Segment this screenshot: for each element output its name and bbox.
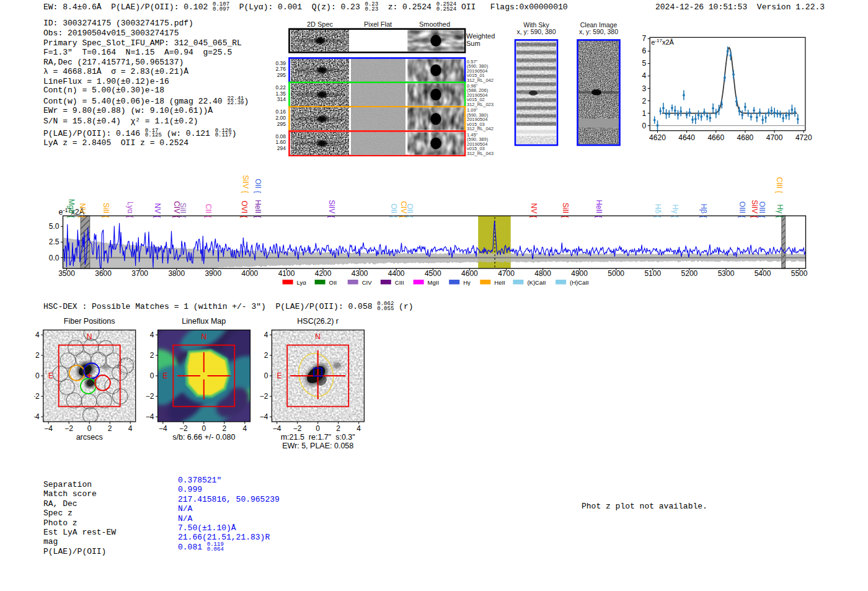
svg-text:4900: 4900 — [571, 269, 588, 278]
svg-text:314: 314 — [277, 96, 286, 102]
svg-text:s/b: 6.66 +/- 0.080: s/b: 6.66 +/- 0.080 — [172, 433, 235, 442]
svg-text:4: 4 — [150, 331, 154, 339]
svg-text:2.76: 2.76 — [275, 66, 286, 72]
svg-text:4200: 4200 — [315, 269, 332, 278]
svg-text:4: 4 — [128, 424, 133, 433]
svg-text:4000: 4000 — [242, 269, 259, 278]
svg-text:HeII {: HeII { — [595, 200, 603, 218]
svg-text:2.5: 2.5 — [49, 238, 60, 246]
svg-text:0.08: 0.08 — [275, 133, 286, 140]
svg-text:1: 1 — [642, 109, 647, 118]
svg-text:2: 2 — [264, 351, 268, 360]
svg-text:4500: 4500 — [425, 269, 441, 278]
svg-text:Lyα {: Lyα { — [126, 202, 135, 218]
svg-text:312_RL_042: 312_RL_042 — [467, 126, 494, 131]
svg-text:5200: 5200 — [681, 269, 698, 278]
svg-text:Hγ {: Hγ { — [671, 204, 680, 218]
svg-text:−2: −2 — [179, 424, 188, 433]
svg-text:4: 4 — [642, 71, 647, 80]
svg-text:3: 3 — [642, 84, 647, 93]
svg-text:4400: 4400 — [388, 269, 405, 278]
svg-text:−2: −2 — [64, 424, 73, 433]
svg-text:HSC(26.2) r: HSC(26.2) r — [297, 317, 339, 326]
svg-text:4700: 4700 — [498, 269, 515, 278]
svg-text:4: 4 — [35, 331, 40, 339]
svg-text:4620: 4620 — [649, 133, 666, 142]
svg-text:−4: −4 — [273, 424, 281, 433]
svg-text:4640: 4640 — [678, 133, 695, 142]
svg-text:N: N — [87, 332, 92, 341]
svg-text:CIII: CIII — [395, 279, 404, 286]
svg-text:2D Spec: 2D Spec — [307, 20, 334, 28]
svg-text:Hγ: Hγ — [463, 279, 471, 286]
svg-text:NV {: NV { — [529, 203, 538, 218]
svg-text:295: 295 — [277, 121, 286, 127]
svg-text:Pixel Flat: Pixel Flat — [364, 20, 392, 28]
svg-text:0.0: 0.0 — [49, 254, 60, 262]
svg-text:−4: −4 — [159, 424, 167, 433]
svg-text:2.00: 2.00 — [275, 115, 286, 121]
svg-text:312_RL_042: 312_RL_042 — [467, 78, 494, 83]
svg-text:4: 4 — [242, 424, 247, 433]
svg-text:2: 2 — [642, 97, 647, 105]
svg-text:SiII {: SiII { — [102, 203, 110, 218]
svg-text:Sum: Sum — [466, 40, 480, 47]
svg-text:4600: 4600 — [461, 269, 478, 278]
svg-text:NV {: NV { — [78, 203, 87, 218]
svg-text:(H)CaII: (H)CaII — [570, 279, 589, 286]
svg-text:294: 294 — [277, 145, 286, 151]
svg-text:MgII {: MgII { — [67, 199, 76, 218]
svg-text:5500: 5500 — [791, 269, 808, 278]
svg-text:m:21.5 re:1.7" s:0.3": m:21.5 re:1.7" s:0.3" — [281, 433, 355, 442]
svg-text:OIII {: OIII { — [758, 202, 766, 218]
svg-text:E: E — [163, 371, 168, 380]
svg-text:x, y: 590, 380: x, y: 590, 380 — [516, 28, 556, 35]
svg-text:Hγ {: Hγ { — [776, 204, 784, 218]
svg-text:5300: 5300 — [718, 269, 735, 278]
svg-text:0: 0 — [642, 122, 647, 130]
svg-text:5400: 5400 — [755, 269, 771, 278]
svg-text:0.39: 0.39 — [275, 60, 286, 66]
svg-text:312_RL_043: 312_RL_043 — [467, 151, 494, 156]
svg-text:1.60: 1.60 — [275, 139, 286, 145]
svg-text:4: 4 — [356, 424, 361, 433]
svg-text:x, y: 590, 380: x, y: 590, 380 — [579, 28, 618, 35]
svg-text:5.0: 5.0 — [49, 222, 60, 231]
svg-text:(K)CaII: (K)CaII — [527, 279, 546, 286]
svg-text:3900: 3900 — [205, 269, 221, 278]
svg-text:3500: 3500 — [58, 269, 75, 278]
svg-text:5000: 5000 — [608, 269, 624, 278]
svg-text:0.22: 0.22 — [275, 84, 286, 91]
svg-text:1.35: 1.35 — [275, 91, 286, 97]
svg-text:4720: 4720 — [795, 133, 812, 142]
svg-text:5100: 5100 — [644, 269, 661, 278]
svg-text:0.16: 0.16 — [275, 109, 286, 115]
svg-text:2: 2 — [336, 424, 340, 433]
svg-text:7: 7 — [642, 34, 647, 43]
svg-text:295: 295 — [277, 72, 286, 78]
svg-text:−4: −4 — [260, 412, 268, 421]
svg-text:2: 2 — [35, 351, 40, 360]
svg-text:CII {: CII { — [204, 204, 213, 218]
svg-text:0: 0 — [35, 371, 40, 380]
svg-text:6: 6 — [642, 47, 647, 55]
svg-text:SiIV {: SiIV { — [241, 175, 250, 193]
svg-text:3700: 3700 — [131, 269, 148, 278]
svg-text:HeII: HeII — [494, 279, 505, 286]
svg-text:4: 4 — [264, 331, 268, 339]
svg-text:SiIV {: SiIV { — [327, 200, 336, 218]
svg-text:OII {: OII { — [405, 203, 414, 218]
svg-text:OIII {: OIII { — [738, 202, 746, 218]
svg-text:3800: 3800 — [168, 269, 185, 278]
svg-text:NV {: NV { — [153, 203, 162, 218]
svg-text:4660: 4660 — [707, 133, 724, 142]
svg-text:4680: 4680 — [737, 133, 754, 142]
svg-text:arcsecs: arcsecs — [76, 433, 103, 442]
svg-text:Smoothed: Smoothed — [419, 20, 450, 28]
svg-text:CIII {: CIII { — [775, 177, 784, 193]
svg-text:5: 5 — [642, 59, 647, 68]
svg-text:2: 2 — [108, 424, 112, 433]
svg-text:−4: −4 — [146, 412, 154, 421]
svg-text:2: 2 — [222, 424, 226, 433]
svg-text:SiII {: SiII { — [179, 203, 187, 218]
